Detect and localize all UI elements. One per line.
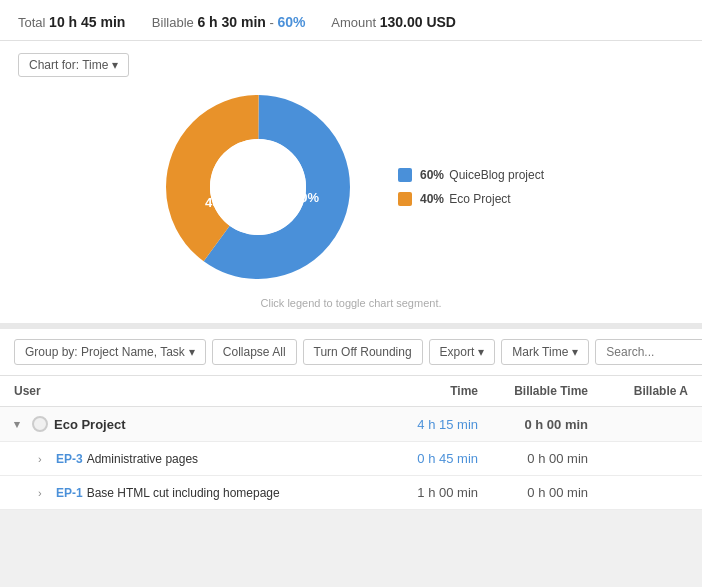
legend-text-blue: 60% QuiceBlog project xyxy=(420,168,544,182)
ep3-name: Administrative pages xyxy=(87,452,198,466)
donut-label-40: 40% xyxy=(205,195,231,210)
billable-pct: 60% xyxy=(277,14,305,30)
group-by-chevron: ▾ xyxy=(189,345,195,359)
ep3-expand[interactable]: › xyxy=(38,453,52,465)
total-label: Total xyxy=(18,15,45,30)
toolbar: Group by: Project Name, Task ▾ Collapse … xyxy=(0,329,702,376)
legend-color-orange xyxy=(398,192,412,206)
chart-legend: 60% QuiceBlog project 40% Eco Project xyxy=(398,168,544,206)
search-input[interactable] xyxy=(595,339,702,365)
eco-project-time: 4 h 15 min xyxy=(388,417,498,432)
legend-text-orange: 40% Eco Project xyxy=(420,192,511,206)
chart-section: Chart for: Time ▾ xyxy=(0,41,702,329)
amount-label: Amount xyxy=(331,15,376,30)
task-ep3-user-col: › EP-3 Administrative pages xyxy=(38,452,388,466)
donut-center xyxy=(210,139,306,235)
separator-1 xyxy=(135,15,142,30)
task-ep1-user-col: › EP-1 Base HTML cut including homepage xyxy=(38,486,388,500)
donut-svg: 40% 60% xyxy=(158,87,358,287)
donut-label-60: 60% xyxy=(293,190,319,205)
eco-project-name: Eco Project xyxy=(54,417,126,432)
chart-footer: Click legend to toggle chart segment. xyxy=(18,297,684,309)
chart-for-label: Chart for: Time xyxy=(29,58,108,72)
mark-time-chevron: ▾ xyxy=(572,345,578,359)
legend-item-orange[interactable]: 40% Eco Project xyxy=(398,192,544,206)
group-by-label: Group by: Project Name, Task xyxy=(25,345,185,359)
table-row-task-ep1[interactable]: › EP-1 Base HTML cut including homepage … xyxy=(0,476,702,510)
ep3-time: 0 h 45 min xyxy=(388,451,498,466)
turn-off-rounding-button[interactable]: Turn Off Rounding xyxy=(303,339,423,365)
legend-pct-orange: 40% xyxy=(420,192,444,206)
legend-pct-blue: 60% xyxy=(420,168,444,182)
col-header-billable-a: Billable A xyxy=(608,384,688,398)
export-chevron: ▾ xyxy=(478,345,484,359)
legend-label-orange: Eco Project xyxy=(449,192,510,206)
mark-time-button[interactable]: Mark Time ▾ xyxy=(501,339,589,365)
total-value: 10 h 45 min xyxy=(49,14,125,30)
export-label: Export xyxy=(440,345,475,359)
mark-time-label: Mark Time xyxy=(512,345,568,359)
summary-bar: Total 10 h 45 min Billable 6 h 30 min - … xyxy=(0,0,702,41)
col-header-user: User xyxy=(14,384,388,398)
amount-value: 130.00 USD xyxy=(380,14,456,30)
project-user-col: ▾ Eco Project xyxy=(14,416,388,432)
legend-label-blue: QuiceBlog project xyxy=(449,168,544,182)
legend-color-blue xyxy=(398,168,412,182)
ep1-name: Base HTML cut including homepage xyxy=(87,486,280,500)
table-header: User Time Billable Time Billable A xyxy=(0,376,702,407)
turn-off-rounding-label: Turn Off Rounding xyxy=(314,345,412,359)
separator-2 xyxy=(315,15,322,30)
billable-label: Billable xyxy=(152,15,194,30)
chart-for-button[interactable]: Chart for: Time ▾ xyxy=(18,53,129,77)
table-row-project-eco[interactable]: ▾ Eco Project 4 h 15 min 0 h 00 min xyxy=(0,407,702,442)
ep3-billable-time: 0 h 00 min xyxy=(498,451,608,466)
donut-chart: 40% 60% xyxy=(158,87,358,287)
chart-area: 40% 60% 60% QuiceBlog project xyxy=(18,77,684,291)
ep3-id: EP-3 xyxy=(56,452,83,466)
export-button[interactable]: Export ▾ xyxy=(429,339,496,365)
collapse-all-button[interactable]: Collapse All xyxy=(212,339,297,365)
chart-for-chevron: ▾ xyxy=(112,58,118,72)
table-row-task-ep3[interactable]: › EP-3 Administrative pages 0 h 45 min 0… xyxy=(0,442,702,476)
ep1-time: 1 h 00 min xyxy=(388,485,498,500)
ep1-billable-time: 0 h 00 min xyxy=(498,485,608,500)
group-by-button[interactable]: Group by: Project Name, Task ▾ xyxy=(14,339,206,365)
billable-value: 6 h 30 min xyxy=(197,14,265,30)
ep1-id: EP-1 xyxy=(56,486,83,500)
main-container: Total 10 h 45 min Billable 6 h 30 min - … xyxy=(0,0,702,510)
col-header-time: Time xyxy=(388,384,498,398)
eco-project-expand[interactable]: ▾ xyxy=(14,418,28,431)
ep1-expand[interactable]: › xyxy=(38,487,52,499)
col-header-billable-time: Billable Time xyxy=(498,384,608,398)
collapse-all-label: Collapse All xyxy=(223,345,286,359)
legend-item-blue[interactable]: 60% QuiceBlog project xyxy=(398,168,544,182)
eco-project-billable-time: 0 h 00 min xyxy=(498,417,608,432)
eco-project-icon xyxy=(32,416,48,432)
